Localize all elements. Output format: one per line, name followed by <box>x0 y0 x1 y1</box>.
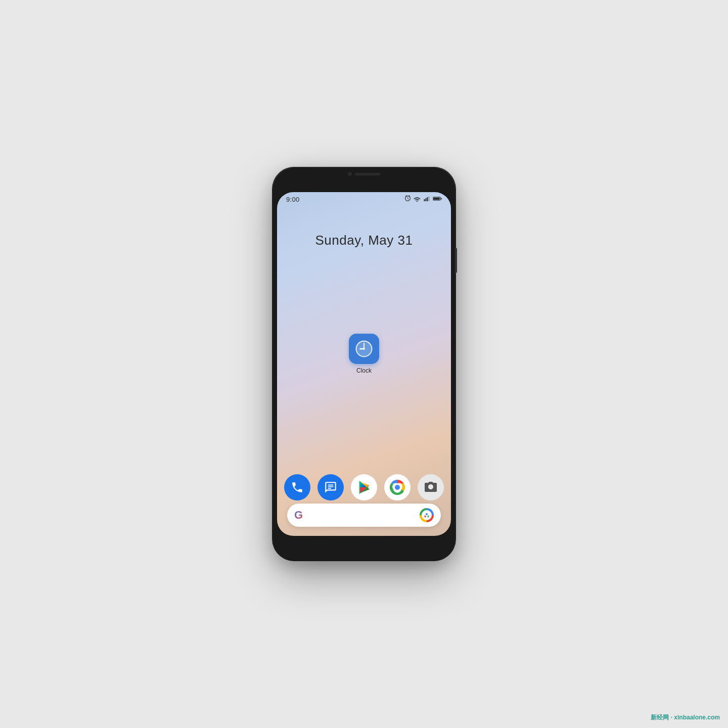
svg-rect-13 <box>328 486 334 487</box>
dock-messages-icon[interactable] <box>317 474 344 500</box>
google-assistant-icon[interactable] <box>420 508 434 522</box>
play-svg <box>356 480 372 495</box>
messages-svg <box>324 481 337 494</box>
svg-rect-3 <box>429 196 430 201</box>
phone-top-notch <box>348 172 380 176</box>
signal-icon <box>423 196 430 203</box>
svg-point-22 <box>395 485 400 490</box>
status-time: 9:00 <box>286 196 300 203</box>
wifi-icon <box>414 196 421 203</box>
dock-play-icon[interactable] <box>351 474 377 500</box>
watermark: 新经网 · xinbaalone.com <box>651 713 720 722</box>
svg-rect-0 <box>424 199 425 201</box>
alarm-icon <box>404 195 411 203</box>
dock-camera-icon[interactable] <box>418 474 444 500</box>
clock-app-icon[interactable]: Clock <box>349 334 379 374</box>
svg-rect-14 <box>328 488 332 489</box>
svg-point-23 <box>426 513 428 515</box>
clock-icon-circle[interactable] <box>349 334 379 364</box>
front-camera <box>348 172 352 176</box>
svg-point-11 <box>363 348 365 350</box>
clock-app-label: Clock <box>356 367 372 374</box>
date-display: Sunday, May 31 <box>277 233 451 248</box>
svg-rect-12 <box>328 485 334 486</box>
svg-rect-5 <box>433 197 440 200</box>
chrome-svg <box>389 479 406 496</box>
speaker-grille <box>355 173 380 175</box>
google-g-logo: G <box>294 509 303 522</box>
bottom-dock <box>277 474 451 500</box>
battery-icon <box>433 196 442 203</box>
camera-svg <box>424 481 438 494</box>
svg-point-24 <box>424 515 426 518</box>
status-icons <box>404 195 442 203</box>
svg-rect-1 <box>426 198 427 201</box>
svg-point-25 <box>427 515 429 518</box>
phone-screen: 9:00 <box>277 192 451 536</box>
dock-chrome-icon[interactable] <box>384 474 411 500</box>
clock-svg <box>354 339 374 358</box>
assistant-inner-dot <box>422 510 432 520</box>
phone-device: 9:00 <box>273 167 455 561</box>
dock-phone-icon[interactable] <box>284 474 310 500</box>
svg-rect-6 <box>441 198 442 199</box>
phone-svg <box>291 481 304 494</box>
status-bar: 9:00 <box>277 192 451 206</box>
date-text: Sunday, May 31 <box>315 233 413 248</box>
google-search-bar[interactable]: G <box>287 504 441 527</box>
svg-rect-2 <box>427 197 428 201</box>
